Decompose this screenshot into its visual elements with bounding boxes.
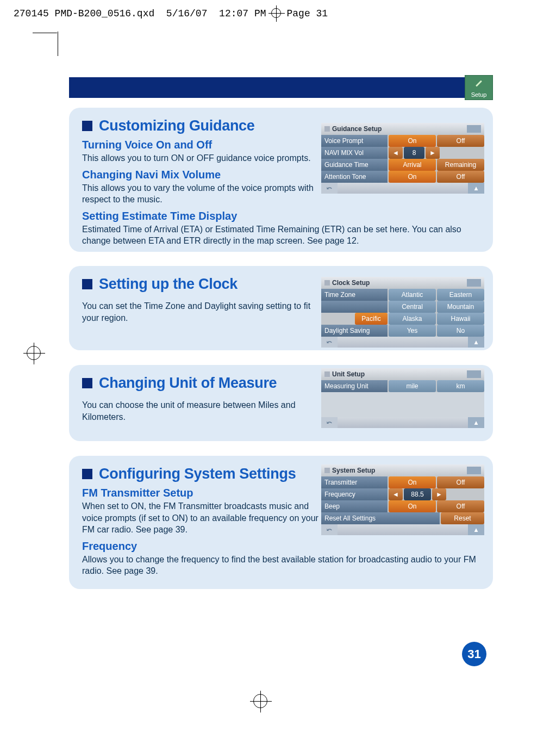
freq-decrease-button[interactable]: ◄ <box>389 488 403 500</box>
print-time: 12:07 PM <box>219 8 266 19</box>
titlebar-right-icon <box>467 370 481 378</box>
wrench-icon <box>324 468 330 473</box>
tz-hawaii-button[interactable]: Hawaii <box>437 313 484 325</box>
back-button[interactable]: ⤺ <box>321 337 338 348</box>
window-title: Unit Setup <box>332 370 365 378</box>
option-on-button[interactable]: On <box>389 135 436 147</box>
tz-atlantic-button[interactable]: Atlantic <box>389 289 436 301</box>
subheading-estimate-time: Setting Estimate Time Display <box>82 210 480 222</box>
square-bullet-icon <box>82 121 92 131</box>
section-customizing-guidance: Customizing Guidance Turning Voice On an… <box>69 108 493 252</box>
unit-mile-button[interactable]: mile <box>389 380 436 392</box>
square-bullet-icon <box>82 378 92 388</box>
tz-pacific-button[interactable]: Pacific <box>355 313 388 325</box>
row-label: NAVI MIX Vol <box>321 147 388 159</box>
option-off-button[interactable]: Off <box>437 171 484 183</box>
back-button[interactable]: ⤺ <box>321 417 338 428</box>
setup-label: Setup <box>471 91 487 98</box>
reset-button[interactable]: Reset <box>441 512 484 524</box>
crop-mark <box>33 33 57 33</box>
body-text: You can choose the unit of measure betwe… <box>82 399 318 423</box>
print-date: 5/16/07 <box>166 8 208 19</box>
unit-km-button[interactable]: km <box>437 380 484 392</box>
body-text: Estimated Time of Arrival (ETA) or Estim… <box>82 224 480 247</box>
window-title: System Setup <box>332 467 375 474</box>
up-button[interactable]: ▴ <box>468 337 484 348</box>
page-header-band: Setup <box>69 77 493 98</box>
wrench-icon <box>324 126 330 132</box>
subheading-voice-on-off: Turning Voice On and Off <box>82 139 321 151</box>
window-titlebar: Unit Setup <box>321 368 484 380</box>
section-unit-of-measure: Changing Unit of Measure You can choose … <box>69 365 493 441</box>
tz-alaska-button[interactable]: Alaska <box>389 313 436 325</box>
decrease-button[interactable]: ◄ <box>389 147 403 159</box>
registration-mark-icon <box>23 343 45 364</box>
transmitter-on-button[interactable]: On <box>389 476 436 488</box>
page-number-badge: 31 <box>462 642 486 666</box>
titlebar-right-icon <box>467 125 481 133</box>
option-off-button[interactable]: Off <box>437 135 484 147</box>
section-title: Setting up the Clock <box>99 276 238 293</box>
option-remaining-button[interactable]: Remaining <box>437 159 484 171</box>
daylight-yes-button[interactable]: Yes <box>389 325 436 337</box>
row-label-empty <box>321 301 388 313</box>
section-title: Customizing Guidance <box>99 117 255 134</box>
subheading-frequency: Frequency <box>82 540 480 553</box>
clock-setup-screenshot: Clock Setup Time Zone Atlantic Eastern C… <box>321 277 484 348</box>
row-label: Measuring Unit <box>321 380 388 392</box>
empty-area <box>321 392 484 417</box>
body-text: This allows you to turn ON or OFF guidan… <box>82 152 321 164</box>
frequency-value: 88.5 <box>404 488 431 500</box>
print-page-word: Page <box>287 8 310 19</box>
back-button[interactable]: ⤺ <box>321 183 338 194</box>
row-label-empty <box>321 313 354 325</box>
beep-on-button[interactable]: On <box>389 500 436 512</box>
row-label: Guidance Time <box>321 159 388 171</box>
print-filename: 270145 PMD-B200_0516.qxd <box>14 8 154 19</box>
freq-increase-button[interactable]: ► <box>432 488 446 500</box>
window-titlebar: Guidance Setup <box>321 123 484 135</box>
guidance-setup-screenshot: Guidance Setup Voice Prompt On Off NAVI … <box>321 123 484 194</box>
option-on-button[interactable]: On <box>389 171 436 183</box>
section-setting-clock: Setting up the Clock You can set the Tim… <box>69 266 493 350</box>
subheading-fm-transmitter: FM Transmitter Setup <box>82 487 318 499</box>
body-text: This allows you to vary the volume of th… <box>82 182 321 206</box>
section-title: Configuring System Settings <box>99 466 296 482</box>
square-bullet-icon <box>82 469 92 479</box>
tz-eastern-button[interactable]: Eastern <box>437 289 484 301</box>
row-label: Attention Tone <box>321 171 388 183</box>
increase-button[interactable]: ► <box>426 147 440 159</box>
row-label: Voice Prompt <box>321 135 388 147</box>
up-button[interactable]: ▴ <box>468 183 484 194</box>
body-text: When set to ON, the FM Transmitter broad… <box>82 500 318 536</box>
wrench-icon <box>324 280 330 286</box>
titlebar-right-icon <box>467 467 481 474</box>
body-text: Allows you to change the frequency to fi… <box>82 554 480 577</box>
window-title: Clock Setup <box>332 279 370 287</box>
section-system-settings: Configuring System Settings FM Transmitt… <box>69 456 493 589</box>
up-button[interactable]: ▴ <box>468 524 484 535</box>
row-label: Time Zone <box>321 289 388 301</box>
row-label: Reset All Settings <box>321 512 440 524</box>
row-label: Beep <box>321 500 388 512</box>
window-title: Guidance Setup <box>332 125 382 133</box>
navi-mix-value: 8 <box>404 147 424 159</box>
daylight-no-button[interactable]: No <box>437 325 484 337</box>
beep-off-button[interactable]: Off <box>437 500 484 512</box>
back-button[interactable]: ⤺ <box>321 524 338 535</box>
titlebar-right-icon <box>467 279 481 287</box>
tz-mountain-button[interactable]: Mountain <box>437 301 484 313</box>
square-bullet-icon <box>82 279 92 289</box>
unit-setup-screenshot: Unit Setup Measuring Unit mile km ⤺ ▴ <box>321 368 484 428</box>
wrench-icon <box>324 371 330 377</box>
window-titlebar: System Setup <box>321 464 484 476</box>
crop-mark <box>58 32 58 56</box>
row-label: Frequency <box>321 488 388 500</box>
row-label: Transmitter <box>321 476 388 488</box>
option-arrival-button[interactable]: Arrival <box>389 159 436 171</box>
transmitter-off-button[interactable]: Off <box>437 476 484 488</box>
print-page-number: 31 <box>316 8 328 19</box>
up-button[interactable]: ▴ <box>468 417 484 428</box>
section-title: Changing Unit of Measure <box>99 375 277 392</box>
tz-central-button[interactable]: Central <box>389 301 436 313</box>
